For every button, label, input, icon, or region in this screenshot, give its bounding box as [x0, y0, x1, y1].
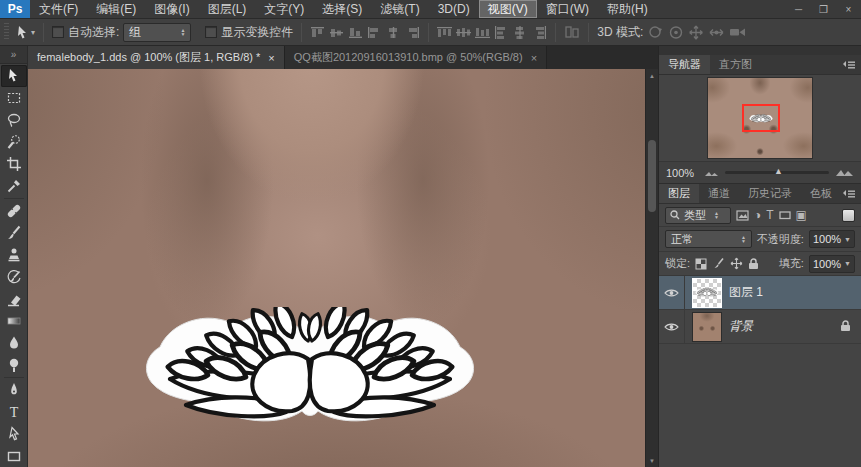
minimize-icon[interactable]: ─	[786, 0, 811, 18]
align-vertical-centers-icon[interactable]	[329, 26, 344, 39]
menu-view[interactable]: 视图(V)	[479, 0, 537, 18]
tool-lasso[interactable]	[1, 109, 27, 131]
tool-path-selection[interactable]	[1, 423, 27, 445]
filter-shape-layers-icon[interactable]	[779, 210, 791, 220]
tools-collapse-button[interactable]: »	[0, 46, 27, 64]
chevron-down-icon[interactable]: ▼	[844, 260, 851, 267]
tab-close-icon[interactable]: ×	[531, 52, 537, 64]
tool-eraser[interactable]	[1, 288, 27, 310]
navigator-thumbnail[interactable]	[708, 78, 812, 158]
layer1-thumbnail[interactable]	[693, 279, 721, 307]
auto-align-layers-icon[interactable]	[564, 25, 580, 39]
menu-window[interactable]: 窗口(W)	[537, 0, 598, 18]
eye-icon[interactable]	[664, 322, 679, 332]
tab-swatches[interactable]: 色板	[801, 184, 841, 203]
layer-row-background[interactable]: 背景	[659, 310, 861, 344]
navigator-panel-menu-icon[interactable]	[842, 55, 861, 74]
menu-layer[interactable]: 图层(L)	[199, 0, 256, 18]
scroll-down-icon[interactable]: ▼	[646, 454, 658, 467]
ps-logo[interactable]: Ps	[0, 0, 30, 18]
scrollbar-thumb[interactable]	[648, 140, 656, 212]
layers-panel-menu-icon[interactable]	[842, 184, 861, 203]
align-horizontal-centers-icon[interactable]	[386, 26, 401, 39]
distribute-top-edges-icon[interactable]	[437, 26, 452, 39]
tool-healing-brush[interactable]	[1, 200, 27, 222]
lock-all-icon[interactable]	[748, 258, 759, 270]
menu-edit[interactable]: 编辑(E)	[87, 0, 145, 18]
filter-adjustment-layers-icon[interactable]: ◑	[754, 208, 761, 222]
layer-name[interactable]: 背景	[729, 318, 753, 335]
tool-blur[interactable]	[1, 332, 27, 354]
tab-histogram[interactable]: 直方图	[710, 55, 761, 74]
scroll-up-icon[interactable]: ▲	[646, 69, 658, 82]
distribute-left-edges-icon[interactable]	[494, 26, 509, 39]
blend-mode-dropdown[interactable]: 正常 ▲▼	[665, 230, 752, 248]
lock-position-icon[interactable]	[730, 257, 743, 270]
tool-clone-stamp[interactable]	[1, 244, 27, 266]
tab-history[interactable]: 历史记录	[739, 184, 801, 203]
tool-dodge[interactable]	[1, 354, 27, 376]
menu-filter[interactable]: 滤镜(T)	[371, 0, 428, 18]
canvas[interactable]	[28, 69, 645, 467]
tab-channels[interactable]: 通道	[699, 184, 739, 203]
navigator-zoom-slider[interactable]: ▲	[725, 171, 829, 174]
distribute-horizontal-centers-icon[interactable]	[513, 26, 528, 39]
menu-type[interactable]: 文字(Y)	[255, 0, 313, 18]
auto-select-dropdown[interactable]: 组 ▲▼	[123, 23, 191, 42]
move-tool-preset-icon[interactable]: ▾	[15, 25, 35, 39]
tool-pen[interactable]	[1, 379, 27, 401]
zoom-out-icon[interactable]	[704, 167, 719, 179]
show-transform-checkbox[interactable]	[205, 26, 217, 38]
visibility-cell[interactable]	[659, 310, 685, 343]
canvas-vertical-scrollbar[interactable]: ▲ ▼	[645, 69, 658, 467]
3d-slide-icon[interactable]	[708, 25, 725, 40]
tool-eyedropper[interactable]	[1, 175, 27, 197]
tool-quick-selection[interactable]	[1, 131, 27, 153]
align-right-edges-icon[interactable]	[405, 26, 420, 39]
3d-pan-icon[interactable]	[688, 25, 704, 40]
lock-image-pixels-icon[interactable]	[712, 257, 725, 270]
chevron-down-icon[interactable]: ▼	[844, 236, 851, 243]
3d-roll-icon[interactable]	[668, 25, 684, 40]
auto-select-checkbox[interactable]	[52, 26, 64, 38]
distribute-bottom-edges-icon[interactable]	[475, 26, 490, 39]
tool-rectangle[interactable]	[1, 445, 27, 467]
filter-type-layers-icon[interactable]: T	[766, 208, 773, 222]
tool-brush[interactable]	[1, 222, 27, 244]
zoom-in-icon[interactable]	[835, 166, 854, 179]
navigator-zoom-value[interactable]: 100%	[666, 167, 698, 179]
filtering-toggle[interactable]	[842, 209, 855, 222]
tab-layers[interactable]: 图层	[659, 184, 699, 203]
3d-orbit-icon[interactable]	[647, 25, 664, 40]
navigator-viewbox[interactable]	[742, 104, 780, 132]
restore-icon[interactable]: ❐	[811, 0, 836, 18]
opacity-field[interactable]: 100% ▼	[809, 230, 855, 248]
doc-tab-femalebody[interactable]: femalebody_1.dds @ 100% (图层 1, RGB/8) * …	[28, 46, 285, 69]
distribute-vertical-centers-icon[interactable]	[456, 26, 471, 39]
tab-close-icon[interactable]: ×	[268, 52, 274, 64]
eye-icon[interactable]	[664, 288, 679, 298]
filter-pixel-layers-icon[interactable]	[736, 210, 749, 221]
layer-row-layer1[interactable]: 图层 1	[659, 276, 861, 310]
layer-name[interactable]: 图层 1	[729, 284, 763, 301]
background-thumbnail[interactable]	[693, 313, 721, 341]
scrollbar-track[interactable]	[646, 82, 658, 454]
lock-transparent-pixels-icon[interactable]	[695, 258, 707, 270]
tool-type[interactable]: T	[1, 401, 27, 423]
menu-file[interactable]: 文件(F)	[30, 0, 87, 18]
visibility-cell[interactable]	[659, 276, 685, 309]
tool-history-brush[interactable]	[1, 266, 27, 288]
layer-filter-dropdown[interactable]: 类型 ▲▼	[665, 207, 731, 224]
menu-image[interactable]: 图像(I)	[145, 0, 198, 18]
tool-rectangular-marquee[interactable]	[1, 87, 27, 109]
distribute-right-edges-icon[interactable]	[532, 26, 547, 39]
fill-field[interactable]: 100% ▼	[809, 255, 855, 273]
align-top-edges-icon[interactable]	[310, 26, 325, 39]
close-icon[interactable]: ×	[836, 0, 861, 18]
align-left-edges-icon[interactable]	[367, 26, 382, 39]
tool-crop[interactable]	[1, 153, 27, 175]
3d-zoom-camera-icon[interactable]	[729, 25, 747, 39]
slider-thumb-icon[interactable]: ▲	[774, 166, 783, 176]
menu-3d[interactable]: 3D(D)	[429, 0, 479, 18]
menu-select[interactable]: 选择(S)	[313, 0, 371, 18]
